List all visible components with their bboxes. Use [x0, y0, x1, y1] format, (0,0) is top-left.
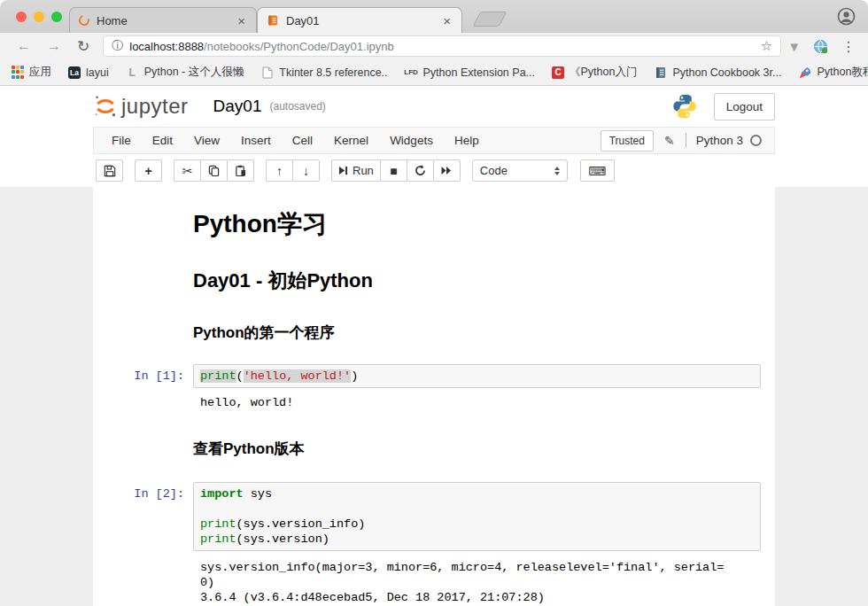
book-icon — [654, 66, 667, 79]
tab-close-icon[interactable]: × — [236, 14, 247, 27]
bookmark-label: 《Python入门 — [570, 65, 637, 80]
trusted-button[interactable]: Trusted — [601, 130, 654, 152]
letter-l-icon: L — [126, 66, 139, 79]
page-icon — [260, 66, 274, 79]
code-input-1[interactable]: print('hello, world!') — [193, 364, 761, 388]
red-c-icon: C — [552, 66, 564, 79]
markdown-cell-day01[interactable]: Day01 - 初始Python — [105, 245, 761, 299]
code-token: (sys.version) — [236, 532, 329, 546]
minimize-window-button[interactable] — [34, 12, 44, 22]
bookmark-tkinter[interactable]: Tkinter 8.5 reference.. — [260, 66, 387, 79]
browser-window: Home × Day01 × ← → ↻ ⓘ localhos — [0, 0, 868, 606]
menu-help[interactable]: Help — [444, 129, 490, 152]
code-token: 'hello, world!' — [244, 369, 352, 383]
code-token: ( — [236, 369, 244, 383]
menu-widgets[interactable]: Widgets — [379, 129, 444, 152]
tab-home-label: Home — [97, 14, 236, 27]
stop-icon: ■ — [390, 165, 397, 177]
page-info-icon[interactable]: ⓘ — [112, 38, 123, 54]
menu-edit[interactable]: Edit — [142, 129, 183, 152]
profile-avatar-icon[interactable] — [837, 7, 856, 29]
output-line: 0) — [200, 575, 761, 590]
code-token: sys — [244, 487, 272, 501]
notebook-area: Python学习 Day01 - 初始Python Python的第一个程序 I… — [0, 187, 868, 606]
rocket-icon — [798, 66, 811, 79]
menu-cell[interactable]: Cell — [282, 129, 323, 152]
run-cell-button[interactable]: Run — [331, 159, 381, 182]
restart-kernel-button[interactable] — [407, 159, 434, 182]
jupyter-logo[interactable]: jupyter — [93, 94, 189, 119]
tab-day01-label: Day01 — [286, 14, 441, 27]
menu-insert[interactable]: Insert — [230, 129, 282, 152]
code-cell-1[interactable]: In [1]: print('hello, world!') — [105, 360, 761, 392]
forward-icon[interactable]: → — [39, 38, 69, 54]
code-output-2: sys.version_info(major=3, minor=6, micro… — [193, 557, 761, 606]
code-token: ) — [351, 369, 358, 383]
copy-cell-button[interactable] — [200, 159, 228, 182]
bookmark-python-tutorial[interactable]: Python教程 — [798, 65, 868, 80]
traffic-lights — [16, 12, 62, 22]
bookmark-label: Tkinter 8.5 reference.. — [279, 66, 387, 79]
copy-icon — [208, 165, 220, 176]
new-tab-button[interactable] — [472, 12, 507, 27]
step-forward-icon — [338, 166, 348, 175]
tab-strip: Home × Day01 × — [0, 0, 868, 33]
tab-close-icon[interactable]: × — [441, 14, 453, 27]
bookmark-python-extension[interactable]: LFD Python Extension Pa... — [405, 66, 535, 79]
jupyter-logo-icon — [93, 94, 118, 119]
save-button[interactable] — [96, 159, 123, 182]
floppy-icon — [104, 165, 116, 177]
move-cell-down-button[interactable]: ↓ — [292, 159, 320, 182]
maximize-window-button[interactable] — [51, 12, 62, 22]
logout-button[interactable]: Logout — [714, 93, 775, 120]
bookmark-python-blog[interactable]: L Python - 这个人很懒 — [126, 65, 244, 80]
move-cell-up-button[interactable]: ↑ — [266, 159, 293, 182]
code-cell-2[interactable]: In [2]: import sys print(sys.version_inf… — [105, 478, 761, 556]
lfd-icon: LFD — [405, 66, 418, 79]
fast-forward-icon — [440, 166, 453, 175]
paste-icon — [235, 165, 246, 176]
menu-view[interactable]: View — [183, 129, 230, 152]
bookmark-label: 应用 — [29, 65, 51, 80]
address-bar[interactable]: ⓘ localhost:8888 /notebooks/PythonCode/D… — [103, 35, 781, 57]
markdown-cell-title[interactable]: Python学习 — [105, 192, 761, 245]
restart-run-all-button[interactable] — [433, 159, 461, 182]
bookmark-label: Python教程 — [817, 65, 868, 80]
apps-grid-icon — [11, 66, 24, 79]
bookmark-apps[interactable]: 应用 — [11, 65, 51, 80]
arrow-up-icon: ↑ — [276, 165, 283, 177]
divider — [686, 133, 686, 148]
cell-type-select[interactable]: Code — [472, 159, 568, 182]
bookmark-python-intro[interactable]: C 《Python入门 — [552, 65, 637, 80]
command-palette-button[interactable]: ⌨ — [580, 159, 615, 182]
interrupt-kernel-button[interactable]: ■ — [380, 159, 407, 182]
notebook-title[interactable]: Day01 — [213, 97, 262, 116]
select-spinner-icon — [554, 167, 560, 175]
prompt-spacer — [105, 250, 193, 294]
bookmark-cookbook[interactable]: Python Cookbook 3r... — [654, 66, 781, 79]
close-window-button[interactable] — [16, 12, 27, 22]
scissors-icon: ✂ — [182, 165, 193, 177]
download-extension-icon[interactable]: ▼ — [781, 39, 807, 54]
add-cell-button[interactable]: + — [135, 159, 162, 182]
tab-home[interactable]: Home × — [69, 7, 257, 33]
markdown-cell-version[interactable]: 查看Python版本 — [105, 415, 761, 463]
paste-cell-button[interactable] — [227, 159, 254, 182]
code-input-2[interactable]: import sys print(sys.version_info) print… — [193, 482, 761, 551]
bookmark-label: layui — [86, 66, 109, 79]
bookmark-layui[interactable]: La layui — [68, 66, 109, 79]
notebook-h2: Day01 - 初始Python — [193, 268, 761, 294]
browser-menu-icon[interactable]: ⋮ — [834, 38, 859, 55]
globe-extension-icon[interactable] — [807, 39, 834, 54]
reload-icon[interactable]: ↻ — [69, 37, 97, 56]
markdown-cell-first-program[interactable]: Python的第一个程序 — [105, 299, 761, 347]
bookmark-star-icon[interactable]: ☆ — [761, 38, 772, 54]
menu-kernel[interactable]: Kernel — [323, 129, 379, 152]
output-prompt-spacer — [105, 557, 193, 606]
menu-file[interactable]: File — [101, 129, 142, 152]
back-icon[interactable]: ← — [9, 38, 39, 54]
tab-day01[interactable]: Day01 × — [257, 7, 462, 33]
input-prompt: In [1]: — [105, 364, 193, 388]
code-token: import — [200, 487, 244, 501]
cut-cell-button[interactable]: ✂ — [174, 159, 201, 182]
